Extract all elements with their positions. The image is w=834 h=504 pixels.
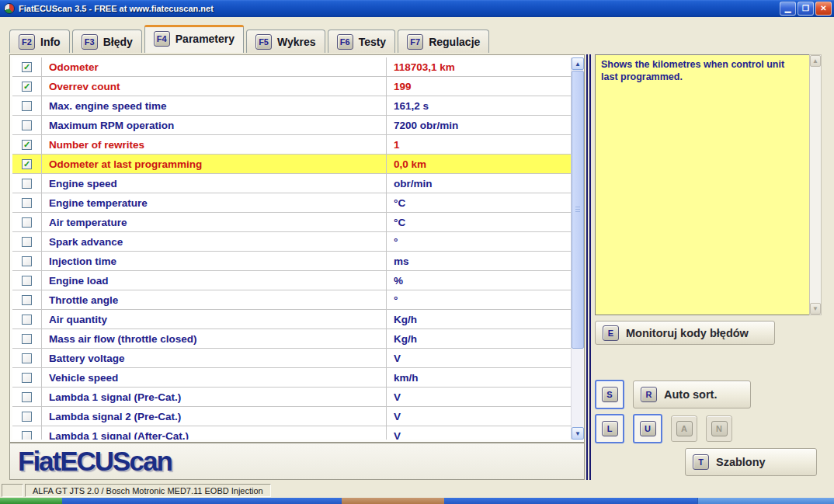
- monitor-button-label: Monitoruj kody błędów: [626, 327, 749, 339]
- table-row[interactable]: Lambda 1 signal (After-Cat.) V: [12, 426, 571, 440]
- row-checkbox[interactable]: ✓: [22, 62, 32, 72]
- parameter-name: Engine load: [42, 271, 387, 290]
- tab-info[interactable]: F2 Info: [9, 30, 70, 53]
- table-row[interactable]: Engine temperature °C: [12, 193, 571, 213]
- table-row[interactable]: Air quantity Kg/h: [12, 310, 571, 329]
- parameter-name: Spark advance: [42, 232, 387, 251]
- parameter-value: V: [387, 426, 571, 440]
- start-button-edge[interactable]: [0, 498, 62, 504]
- row-checkbox[interactable]: [22, 295, 32, 305]
- u-button[interactable]: U: [633, 414, 662, 443]
- templates-button[interactable]: T Szablony: [685, 448, 817, 476]
- scrollbar-thumb[interactable]: [572, 71, 584, 349]
- row-checkbox[interactable]: [22, 198, 32, 208]
- tab-label: Regulacje: [429, 36, 480, 48]
- close-button[interactable]: ✕: [815, 2, 832, 16]
- row-checkbox[interactable]: [22, 353, 32, 363]
- checkbox-cell: [12, 232, 42, 251]
- parameter-value: 0,0 km: [387, 155, 571, 173]
- tab-label: Testy: [359, 36, 387, 48]
- checkbox-cell: [12, 271, 42, 290]
- table-row[interactable]: ✓ Overrev count 199: [12, 77, 571, 96]
- tab-wykres[interactable]: F5 Wykres: [246, 30, 325, 53]
- desc-scroll-up-button[interactable]: ▲: [810, 55, 821, 67]
- table-row[interactable]: Engine speed obr/min: [12, 174, 571, 193]
- row-checkbox[interactable]: [22, 120, 32, 130]
- checkbox-cell: ✓: [12, 57, 42, 76]
- description-scrollbar[interactable]: ▲ ▼: [809, 54, 822, 315]
- table-row[interactable]: Spark advance °: [12, 232, 571, 252]
- table-row[interactable]: ✓ Odometer 118703,1 km: [12, 57, 571, 77]
- checkbox-cell: [12, 329, 42, 348]
- parameter-name: Maximum RPM operation: [42, 116, 387, 134]
- row-checkbox[interactable]: [22, 431, 32, 440]
- row-checkbox[interactable]: [22, 256, 32, 266]
- auto-sort-button[interactable]: R Auto sort.: [633, 381, 751, 408]
- table-row[interactable]: Engine load %: [12, 271, 571, 290]
- row-checkbox[interactable]: [22, 101, 32, 111]
- row-checkbox[interactable]: ✓: [22, 159, 32, 169]
- parameter-name: Max. engine speed time: [42, 96, 387, 115]
- checkbox-cell: [12, 96, 42, 115]
- l-button[interactable]: L: [595, 414, 624, 443]
- row-checkbox[interactable]: [22, 412, 32, 422]
- row-checkbox[interactable]: [22, 237, 32, 247]
- taskbar-strip: [62, 498, 697, 504]
- checkbox-cell: [12, 349, 42, 367]
- tab-parametery[interactable]: F4 Parametery: [144, 25, 244, 53]
- scroll-down-button[interactable]: ▼: [572, 427, 584, 440]
- sort-button[interactable]: S: [595, 380, 624, 409]
- row-checkbox[interactable]: [22, 334, 32, 344]
- monitor-error-codes-button[interactable]: E Monitoruj kody błędów: [595, 321, 775, 345]
- scroll-down-icon: ▼: [812, 305, 818, 312]
- templates-label: Szablony: [716, 456, 766, 468]
- tab-testy[interactable]: F6 Testy: [328, 30, 396, 53]
- parameter-value: V: [387, 388, 571, 406]
- table-row[interactable]: Mass air flow (throttle closed) Kg/h: [12, 329, 571, 349]
- row-checkbox[interactable]: [22, 315, 32, 325]
- table-row[interactable]: Maximum RPM operation 7200 obr/min: [12, 116, 571, 135]
- parameter-value: 1: [387, 135, 571, 154]
- checkbox-cell: [12, 193, 42, 212]
- scrollbar-track[interactable]: [572, 70, 584, 427]
- table-row[interactable]: ✓ Odometer at last programming 0,0 km: [12, 155, 571, 174]
- minimize-button[interactable]: ▁: [780, 2, 796, 16]
- table-row[interactable]: Vehicle speed km/h: [12, 368, 571, 388]
- row-checkbox[interactable]: [22, 179, 32, 189]
- function-key-badge: F5: [255, 34, 272, 50]
- table-row[interactable]: Lambda signal 2 (Pre-Cat.) V: [12, 407, 571, 426]
- tab-label: Błędy: [103, 36, 133, 48]
- system-tray-edge: [697, 498, 834, 504]
- e-key-badge: E: [603, 325, 619, 341]
- key-badge: U: [640, 421, 656, 436]
- parameter-description: Shows the kilometres when control unit l…: [595, 54, 809, 315]
- row-checkbox[interactable]: [22, 217, 32, 228]
- row-checkbox[interactable]: [22, 276, 32, 286]
- row-checkbox[interactable]: [22, 392, 32, 402]
- parameter-value: V: [387, 407, 571, 426]
- parameter-name: Overrev count: [42, 77, 387, 96]
- checkbox-cell: [12, 426, 42, 440]
- tab-błędy[interactable]: F3 Błędy: [72, 30, 142, 53]
- table-row[interactable]: Max. engine speed time 161,2 s: [12, 96, 571, 116]
- function-key-badge: F3: [82, 34, 98, 50]
- checkbox-cell: [12, 116, 42, 134]
- table-row[interactable]: Lambda 1 signal (Pre-Cat.) V: [12, 388, 571, 407]
- taskbar-task-button[interactable]: [342, 498, 444, 504]
- maximize-button[interactable]: ❐: [798, 2, 814, 16]
- table-scrollbar[interactable]: ▲ ▼: [571, 57, 584, 440]
- desc-scroll-down-button[interactable]: ▼: [810, 303, 821, 315]
- row-checkbox[interactable]: ✓: [22, 140, 32, 150]
- table-row[interactable]: Battery voltage V: [12, 349, 571, 368]
- function-key-badge: F6: [337, 34, 353, 50]
- row-checkbox[interactable]: [22, 373, 32, 383]
- parameter-name: Engine temperature: [42, 193, 387, 212]
- scroll-up-button[interactable]: ▲: [572, 57, 584, 70]
- table-row[interactable]: Air temperature °C: [12, 213, 571, 232]
- table-row[interactable]: ✓ Number of rewrites 1: [12, 135, 571, 155]
- row-checkbox[interactable]: ✓: [22, 82, 32, 92]
- tab-regulacje[interactable]: F7 Regulacje: [398, 30, 489, 53]
- parameters-panel: ✓ Odometer 118703,1 km ✓ Overrev count 1…: [9, 54, 585, 443]
- table-row[interactable]: Injection time ms: [12, 252, 571, 271]
- table-row[interactable]: Throttle angle °: [12, 290, 571, 310]
